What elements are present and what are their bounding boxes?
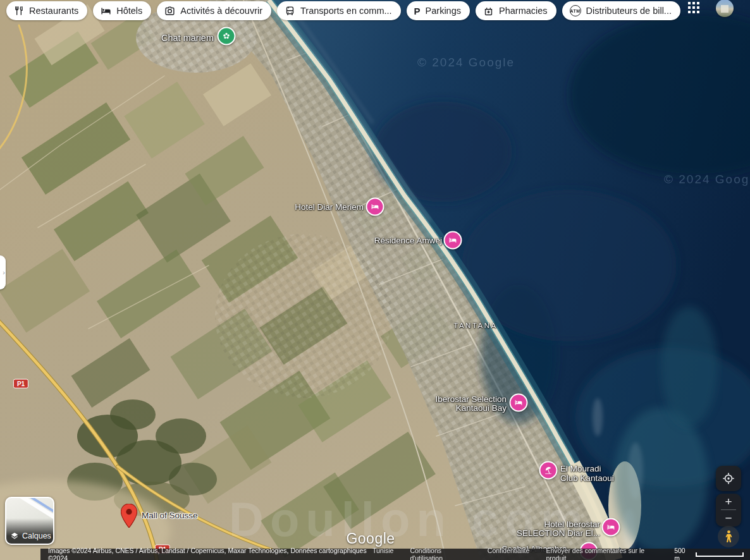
beach-resort-marker[interactable] — [539, 461, 558, 480]
attribution-bar: Images ©2024 Airbus, CNES / Airbus, Land… — [40, 549, 750, 560]
map-scale[interactable]: 500 m — [674, 547, 744, 560]
chip-activities[interactable]: Activités à découvrir — [157, 1, 271, 20]
account-avatar[interactable] — [716, 0, 734, 17]
chevron-right-icon: › — [3, 269, 5, 276]
chip-transit[interactable]: Transports en comm... — [277, 1, 401, 20]
search-result-pin[interactable] — [121, 504, 137, 528]
footer-link-feedback[interactable]: Envoyer des commentaires sur le produit — [546, 547, 658, 560]
hotel-marker[interactable] — [366, 198, 384, 216]
flower-icon — [223, 32, 231, 40]
footer-links: Tunisie Conditions d'utilisation Confide… — [372, 547, 658, 560]
layers-label: Calques — [22, 532, 51, 540]
scale-bar — [696, 552, 744, 557]
pegman-icon — [724, 530, 734, 543]
chip-hotels[interactable]: Hôtels — [93, 1, 151, 20]
parking-icon: P — [414, 6, 421, 16]
bed-icon — [449, 236, 457, 245]
beach-umbrella-icon — [544, 466, 553, 475]
footer-link-region[interactable]: Tunisie — [372, 547, 393, 560]
chip-label: Distributeurs de bill... — [586, 6, 672, 16]
hotel-label[interactable]: Résidence Amwej — [374, 236, 442, 245]
hotel-marker[interactable] — [444, 231, 462, 250]
footer-link-terms[interactable]: Conditions d'utilisation — [410, 547, 470, 560]
footer-link-privacy[interactable]: Confidentialité — [488, 547, 530, 560]
my-location-icon — [722, 472, 735, 485]
route-badge: P1 — [13, 379, 28, 389]
bed-icon — [607, 523, 615, 532]
atm-icon: ATM — [570, 5, 581, 16]
imagery-copyright-watermark: © 2024 Google — [664, 173, 750, 186]
my-location-button[interactable] — [716, 466, 741, 491]
pegman-streetview-button[interactable] — [718, 526, 739, 547]
hotel-marker[interactable] — [510, 394, 528, 412]
hotel-label[interactable]: Hotel Iberostar — [544, 520, 600, 529]
scale-label: 500 m — [674, 547, 692, 560]
hotel-label[interactable]: Iberostar Selection — [435, 395, 507, 404]
search-result-label[interactable]: Mall of Sousse — [142, 511, 198, 520]
pharmacy-icon — [483, 6, 494, 16]
chip-label: Pharmacies — [499, 6, 548, 16]
zoom-control: + − — [716, 494, 741, 527]
category-chip-bar: Restaurants Hôtels Activités à découvrir… — [6, 1, 680, 20]
hotel-marker[interactable] — [602, 518, 620, 537]
district-label: TANTANA — [453, 321, 497, 330]
hotel-label[interactable]: Hotel Diar Meriem — [295, 203, 364, 212]
hotels-icon — [101, 6, 111, 16]
google-apps-grid-icon[interactable] — [688, 2, 699, 13]
hotel-label[interactable]: Club Kantaoui — [560, 474, 614, 483]
imagery-attribution: Images ©2024 Airbus, CNES / Airbus, Land… — [48, 547, 372, 560]
bed-icon — [371, 203, 379, 211]
imagery-copyright-watermark: © 2024 Google — [417, 56, 515, 70]
transit-icon — [285, 6, 295, 16]
site-watermark: Doullon com — [229, 492, 589, 547]
restaurants-icon — [14, 6, 24, 16]
chip-label: Parkings — [426, 6, 461, 16]
layers-icon — [10, 532, 19, 540]
bed-icon — [515, 399, 523, 407]
chip-atm[interactable]: ATM Distributeurs de bill... — [562, 1, 680, 20]
attraction-marker[interactable] — [218, 27, 236, 46]
chip-label: Activités à découvrir — [180, 6, 262, 16]
chip-pharmacies[interactable]: Pharmacies — [476, 1, 556, 20]
side-panel-expand-tab[interactable]: › — [0, 255, 6, 289]
google-maps-satellite-view: © 2024 Google © 2024 Google Doullon com … — [0, 0, 750, 560]
chip-label: Restaurants — [29, 6, 78, 16]
zoom-out-button[interactable]: − — [716, 510, 741, 526]
chip-label: Transports en comm... — [300, 6, 392, 16]
zoom-in-button[interactable]: + — [716, 494, 741, 509]
hotel-label[interactable]: Kantaoui Bay — [456, 404, 507, 413]
camera-icon — [164, 6, 175, 16]
layers-button[interactable]: Calques — [5, 497, 54, 545]
locality-label[interactable]: Chat mariem — [161, 33, 214, 42]
chip-restaurants[interactable]: Restaurants — [6, 1, 87, 20]
chip-label: Hôtels — [116, 6, 142, 16]
google-logo: Google — [346, 530, 395, 547]
satellite-map-canvas[interactable] — [0, 0, 750, 560]
hotel-label[interactable]: SELECTION Diar El... — [517, 529, 600, 538]
hotel-label[interactable]: El Mouradi — [560, 465, 601, 473]
chip-parkings[interactable]: P Parkings — [407, 1, 470, 20]
